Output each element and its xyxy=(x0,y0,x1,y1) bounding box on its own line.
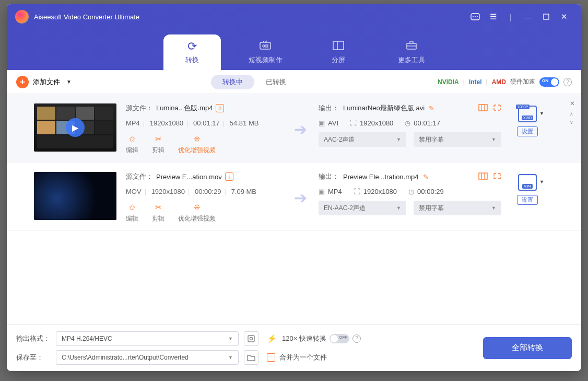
thumbnail-icon[interactable] xyxy=(478,104,488,113)
audio-select[interactable]: AAC-2声道▼ xyxy=(319,132,406,147)
file-row[interactable]: 源文件： Preview E...ation.mov i MOV| 1920x1… xyxy=(7,163,581,231)
video-thumbnail[interactable] xyxy=(34,172,116,220)
video-thumbnail[interactable]: ▶ xyxy=(34,103,116,152)
tab-label: 短视频制作 xyxy=(249,55,283,65)
subtitle-value: 禁用字幕 xyxy=(419,135,444,144)
out-format: AVI xyxy=(328,119,338,127)
output-format-icon[interactable]: MP4 xyxy=(518,174,537,191)
svg-rect-11 xyxy=(479,105,487,111)
add-files-button[interactable]: + 添加文件 ▼ xyxy=(16,76,72,88)
audio-select[interactable]: EN-AAC-2声道▼ xyxy=(319,201,406,215)
remove-row-icon[interactable]: ✕ xyxy=(570,99,575,108)
info-icon[interactable]: i xyxy=(225,172,233,181)
audio-value: EN-AAC-2声道 xyxy=(324,204,366,213)
out-resolution: 1920x1080 xyxy=(363,188,397,195)
output-label: 输出： xyxy=(319,103,339,113)
toolbox-icon xyxy=(406,40,417,52)
save-to-select[interactable]: C:\Users\Administrato...rter\Output\Conv… xyxy=(56,350,239,365)
menu-icon[interactable]: ☰ xyxy=(484,9,502,24)
arrow-icon: ➔ xyxy=(294,120,307,138)
plus-icon: + xyxy=(16,76,29,88)
tab-shortvideo[interactable]: 短视频制作 xyxy=(237,33,294,70)
amd-label: AMD xyxy=(492,78,506,86)
wand-icon: ✩ xyxy=(129,134,136,144)
format-icon: ▣ xyxy=(319,188,325,195)
segment-converted[interactable]: 已转换 xyxy=(254,75,298,89)
tab-split[interactable]: 分屏 xyxy=(310,34,367,70)
enhance-icon: ⁜ xyxy=(194,203,201,212)
enhance-button[interactable]: ⁜优化增强视频 xyxy=(178,134,216,155)
thumbnail-icon[interactable] xyxy=(478,172,488,181)
clock-icon: ◷ xyxy=(408,188,414,195)
edit-button[interactable]: ✩编辑 xyxy=(126,134,138,155)
subtitle-select[interactable]: 禁用字幕▼ xyxy=(414,201,501,215)
compress-icon[interactable] xyxy=(493,172,501,181)
format-codec-badge: XVID xyxy=(522,116,533,120)
format-codec-badge: MP4 xyxy=(522,184,533,189)
help-icon[interactable]: ? xyxy=(352,334,361,343)
resolution-icon: ⛶ xyxy=(350,119,357,127)
nvidia-label: NVIDIA xyxy=(438,78,459,86)
footer: 输出格式： MP4 H.264/HEVC▼ ⚡ 120× 快速转换 ? 保存至：… xyxy=(7,324,581,371)
open-folder-button[interactable] xyxy=(244,350,258,365)
feedback-icon[interactable] xyxy=(466,9,484,24)
svg-point-18 xyxy=(250,337,253,340)
preset-button[interactable] xyxy=(244,331,258,346)
convert-all-button[interactable]: 全部转换 xyxy=(483,337,572,359)
titlebar: Aiseesoft Video Converter Ultimate ☰ | —… xyxy=(7,4,581,29)
chevron-down-icon: ▼ xyxy=(228,336,233,341)
settings-button[interactable]: 设置 xyxy=(517,195,538,205)
tab-label: 更多工具 xyxy=(398,55,425,65)
app-logo-icon xyxy=(15,10,29,24)
subtitle-value: 禁用字幕 xyxy=(419,204,444,213)
hwaccel-toggle[interactable] xyxy=(539,77,559,87)
shortvideo-icon xyxy=(259,40,272,52)
navbar: ⟳ 转换 短视频制作 分屏 更多工具 xyxy=(7,29,581,70)
src-format: MOV xyxy=(126,188,142,195)
svg-rect-14 xyxy=(479,173,487,179)
out-duration: 00:00:29 xyxy=(417,188,444,195)
settings-button[interactable]: 设置 xyxy=(517,126,538,136)
output-format-label: 输出格式： xyxy=(16,334,51,343)
out-format: MP4 xyxy=(328,188,342,195)
chevron-down-icon[interactable]: ▼ xyxy=(539,111,544,116)
tab-label: 转换 xyxy=(185,55,199,65)
subtitle-select[interactable]: 禁用字幕▼ xyxy=(414,132,501,147)
fast-convert-toggle[interactable] xyxy=(330,334,349,343)
move-up-icon[interactable]: ∧ xyxy=(570,110,575,118)
tab-tools[interactable]: 更多工具 xyxy=(383,33,440,70)
chevron-down-icon[interactable]: ▼ xyxy=(539,179,544,184)
source-specs: MOV| 1920x1080| 00:00:29| 7.09 MB xyxy=(126,188,283,195)
hwaccel-label: 硬件加速 xyxy=(510,77,535,86)
edit-name-icon[interactable]: ✎ xyxy=(429,105,434,112)
resolution-icon: ⛶ xyxy=(354,188,360,195)
compress-icon[interactable] xyxy=(493,104,501,113)
toolbar: + 添加文件 ▼ 转换中 已转换 NVIDIA| Intel| AMD 硬件加速… xyxy=(7,70,581,94)
tab-convert[interactable]: ⟳ 转换 xyxy=(163,34,221,70)
src-duration: 00:01:17 xyxy=(193,119,220,127)
format-res-badge: 1080P xyxy=(516,105,530,109)
info-icon[interactable]: i xyxy=(216,104,224,112)
output-format-select[interactable]: MP4 H.264/HEVC▼ xyxy=(56,331,239,346)
output-format-icon[interactable]: 1080P XVID xyxy=(518,106,537,122)
intel-label: Intel xyxy=(469,78,482,86)
close-button[interactable]: ✕ xyxy=(555,9,573,24)
chevron-down-icon: ▼ xyxy=(228,355,233,360)
segment-converting[interactable]: 转换中 xyxy=(211,75,254,89)
trim-button[interactable]: ✂剪辑 xyxy=(152,134,164,155)
enhance-button[interactable]: ⁜优化增强视频 xyxy=(178,203,216,223)
trim-label: 剪辑 xyxy=(152,214,164,223)
file-row[interactable]: ▶ 源文件： Lumina...色版.mp4 i MP4| 1920x1080|… xyxy=(7,94,581,163)
chevron-down-icon: ▼ xyxy=(491,205,496,211)
move-down-icon[interactable]: ∨ xyxy=(570,118,575,126)
help-icon[interactable]: ? xyxy=(563,78,572,86)
convert-icon: ⟳ xyxy=(187,41,197,52)
maximize-button[interactable] xyxy=(537,9,555,24)
edit-button[interactable]: ✩编辑 xyxy=(126,203,138,223)
trim-button[interactable]: ✂剪辑 xyxy=(152,203,164,223)
edit-name-icon[interactable]: ✎ xyxy=(423,173,429,181)
minimize-button[interactable]: — xyxy=(520,9,537,24)
tab-label: 分屏 xyxy=(332,55,345,65)
merge-checkbox[interactable] xyxy=(267,353,275,362)
svg-point-3 xyxy=(477,16,478,17)
